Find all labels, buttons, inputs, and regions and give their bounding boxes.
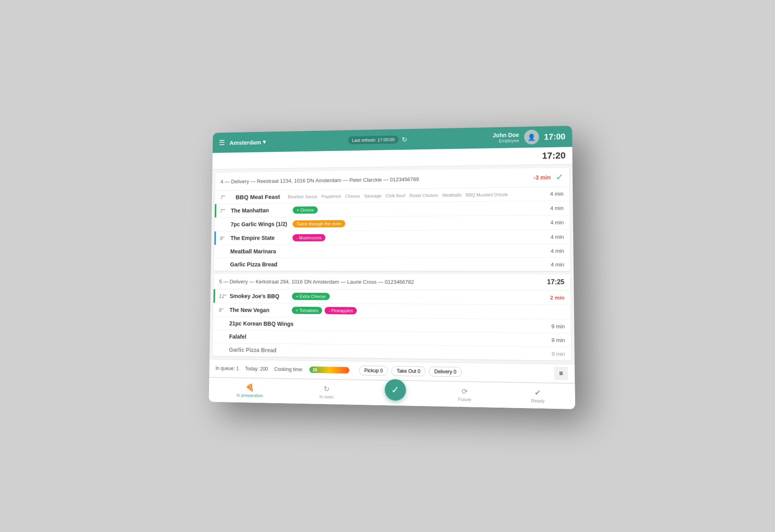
bbq-name: BBQ Meat Feast — [236, 193, 280, 201]
refresh-badge: Last refresh: 17:00:00 — [348, 136, 398, 145]
bbq-size: 7" — [220, 194, 231, 200]
location-name: Amsterdam — [229, 139, 261, 146]
modifier-mushrooms: - Mushrooms — [292, 234, 325, 241]
nav-ready-label: Ready — [531, 398, 545, 403]
cooking-number: 20 — [313, 367, 317, 372]
nav-in-preparation[interactable]: 🍕 In preparation — [230, 381, 270, 400]
order-time-1: -3 min — [534, 174, 551, 181]
avatar: 👤 — [524, 130, 539, 145]
location-selector[interactable]: Amsterdam ▾ — [229, 138, 266, 146]
item-size: 9" — [220, 235, 230, 241]
order-block-1: 4 — Delivery — Reestraat 1234, 1016 DN A… — [214, 168, 570, 271]
device-wrapper: ☰ Amsterdam ▾ Last refresh: 17:00:00 ↻ J… — [209, 126, 575, 409]
nav-in-preparation-label: In preparation — [237, 393, 263, 398]
item-timer: 4 min — [543, 261, 564, 267]
item-garlic-wings: 7pc Garlic Wings (1/2) Twice through the… — [214, 215, 570, 231]
modifier-tomatoes: + Tomatoes — [292, 307, 322, 314]
order-scheduled-time-2: 17:25 — [547, 279, 564, 286]
take-out-button[interactable]: Take Out 0 — [392, 366, 426, 377]
cooking-time-label: Cooking time: — [274, 367, 303, 373]
modifier-onions: + Onions — [293, 206, 318, 214]
in-preparation-icon: 🍕 — [245, 383, 254, 392]
modifier-pineapples: - Pineapples — [325, 307, 357, 314]
pickup-button[interactable]: Pickup 0 — [359, 366, 388, 376]
modifier-extra-cheese: + Extra Cheese — [292, 293, 330, 300]
header-left: ☰ Amsterdam ▾ — [219, 138, 266, 147]
user-name: John Doe — [493, 132, 519, 138]
item-name: The Empire State — [230, 235, 293, 241]
bbq-topping-7: Meatballs — [442, 193, 462, 197]
item-name: 7pc Garlic Wings (1/2) — [230, 221, 293, 228]
filter-button[interactable]: ≡ — [554, 367, 568, 380]
bottom-nav: 🍕 In preparation ↻ In oven ✓ ⟳ Future ✔ … — [209, 377, 575, 409]
accent-bar-green — [215, 204, 216, 218]
accent-bar-green — [214, 289, 215, 303]
order-block-2: 5 — Delivery — Kerkstraat 294, 1016 DN A… — [213, 274, 571, 360]
order-header-right-2: 17:25 — [547, 279, 564, 286]
item-modifiers: + Extra Cheese — [292, 293, 543, 301]
fab-complete-button[interactable]: ✓ — [385, 379, 406, 401]
order-header-right-1: -3 min ✓ — [534, 172, 563, 183]
nav-in-oven-label: In oven — [319, 394, 334, 400]
user-role: Employee — [493, 138, 519, 143]
item-name: Falafel — [229, 333, 292, 340]
app: ☰ Amsterdam ▾ Last refresh: 17:00:00 ↻ J… — [209, 126, 575, 409]
item-modifiers: - Mushrooms — [292, 233, 543, 241]
bbq-topping-8: BBQ Mustard Drizzle — [466, 192, 508, 197]
current-time: 17:20 — [542, 150, 566, 161]
in-oven-icon: ↻ — [324, 385, 330, 394]
filter-icon: ≡ — [559, 370, 563, 377]
item-timer: 4 min — [543, 234, 564, 240]
order-types: Pickup 0 Take Out 0 Delivery 0 — [356, 365, 465, 377]
item-timer-warning: 2 min — [543, 294, 565, 301]
user-info: John Doe Employee — [493, 132, 519, 143]
nav-future-label: Future — [458, 397, 471, 402]
item-empire-state: 9" The Empire State - Mushrooms 4 min — [214, 230, 570, 245]
accent-bar-blue — [214, 231, 216, 245]
item-size: 12" — [219, 293, 230, 299]
item-name: The New Vegan — [229, 307, 291, 314]
item-modifiers — [291, 350, 544, 354]
item-modifiers: + Tomatoes - Pineapples — [292, 307, 544, 316]
item-timer: 4 min — [543, 219, 564, 226]
bbq-topping-3: Cheese — [345, 193, 360, 198]
bbq-topping-1: Bourbon Sauce — [288, 194, 318, 199]
menu-icon[interactable]: ☰ — [219, 138, 225, 147]
item-name: Garlic Pizza Bread — [230, 261, 292, 268]
item-name: Meatball Marinara — [230, 248, 292, 255]
bbq-topping-2: Pepperoni — [321, 194, 341, 199]
order-info-1: 4 — Delivery — Reestraat 1234, 1016 DN A… — [220, 176, 419, 184]
refresh-icon[interactable]: ↻ — [402, 136, 407, 143]
item-name: The Manhattan — [231, 207, 293, 214]
item-timer: 9 min — [544, 337, 565, 343]
item-modifiers: Twice through the oven — [293, 219, 543, 228]
item-timer: 9 min — [544, 350, 565, 357]
check-icon-1[interactable]: ✓ — [556, 172, 563, 183]
item-name: Garlic Pizza Bread — [229, 346, 291, 354]
header-right: John Doe Employee 👤 17:00 — [493, 129, 566, 145]
bbq-topping-6: Roast Chicken — [409, 193, 438, 198]
order-info-2: 5 — Delivery — Kerkstraat 294, 1016 DN A… — [219, 279, 414, 285]
delivery-button[interactable]: Delivery 0 — [429, 367, 462, 377]
header-center: Last refresh: 17:00:00 ↻ — [348, 135, 407, 144]
bbq-topping-5: Chilli Beef — [385, 193, 405, 198]
item-timer: 9 min — [544, 323, 565, 329]
chevron-down-icon: ▾ — [263, 138, 266, 145]
item-name: 21pc Korean BBQ Wings — [229, 320, 293, 327]
item-size: 7" — [220, 208, 231, 214]
nav-future[interactable]: ⟳ Future — [451, 385, 478, 404]
ready-icon: ✔ — [534, 388, 541, 398]
item-modifiers: + Onions — [293, 204, 542, 214]
item-size: 9" — [219, 307, 230, 313]
bbq-topping-4: Sausage — [364, 193, 381, 198]
nav-ready[interactable]: ✔ Ready — [524, 386, 551, 405]
order-header-2: 5 — Delivery — Kerkstraat 294, 1016 DN A… — [214, 274, 570, 290]
nav-in-oven[interactable]: ↻ In oven — [313, 383, 340, 401]
item-garlic-bread-1: Garlic Pizza Bread 4 min — [214, 258, 570, 271]
item-modifiers — [292, 251, 543, 251]
in-queue-label: In queue: 1 — [216, 365, 239, 371]
item-timer: 4 min — [543, 247, 564, 253]
today-label: Today: 200 — [245, 366, 268, 372]
item-name: Smokey Joe's BBQ — [230, 293, 292, 300]
orders-container: 4 — Delivery — Reestraat 1234, 1016 DN A… — [209, 164, 575, 364]
